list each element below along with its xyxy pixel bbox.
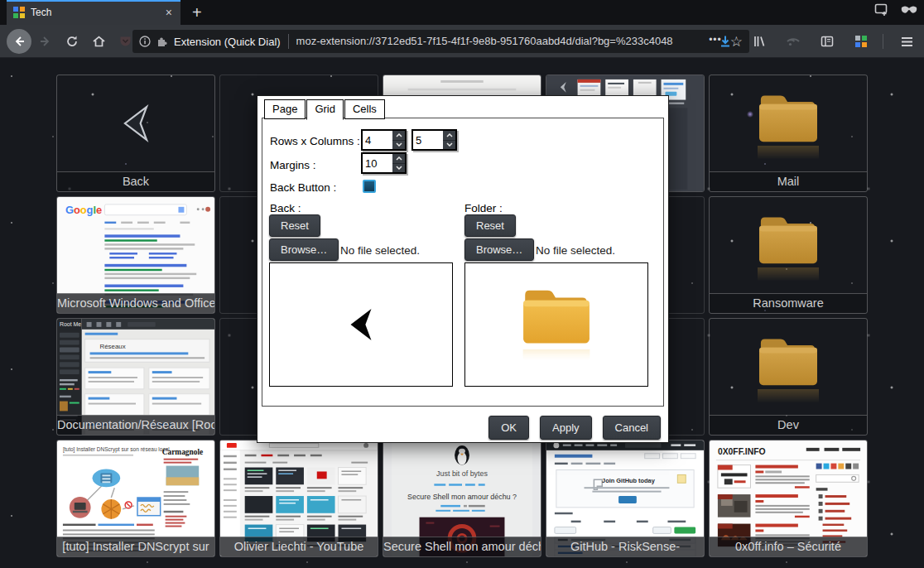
spin-up-icon[interactable]: [443, 131, 455, 140]
dial-tile-youtube[interactable]: Olivier Liechti - YouTube: [219, 440, 378, 557]
active-tab-indicator: [7, 0, 180, 2]
tile-label: Documentation/Réseaux [Root: [57, 415, 214, 435]
url-text: moz-extension://3712ed51-7f15-4f1f-9e8b-…: [296, 34, 705, 49]
tile-label: [tuto] Installer DNScrypt sur: [57, 537, 214, 556]
reload-button[interactable]: [60, 29, 84, 54]
tab-cells[interactable]: Cells: [344, 99, 385, 119]
identity-label: Extension (Quick Dial): [174, 36, 281, 48]
dial-tile-dev[interactable]: Dev: [709, 318, 868, 436]
url-bar[interactable]: Extension (Quick Dial) moz-extension://3…: [132, 30, 749, 53]
dial-tile-github[interactable]: Join GitHub today GitHub - Ri: [546, 440, 705, 557]
rows-spin-buttons[interactable]: [392, 131, 405, 149]
dial-tile-mail[interactable]: Mail: [709, 75, 868, 192]
svg-text:Join GitHub today: Join GitHub today: [602, 477, 656, 484]
toolbar-separator: [883, 34, 883, 49]
tile-label: GitHub - RiskSense-: [546, 537, 704, 556]
browser-window: Tech × +: [0, 0, 924, 568]
folder-browse-button[interactable]: Browse…: [464, 238, 534, 261]
cancel-button[interactable]: Cancel: [603, 416, 661, 440]
tab-title: Tech: [31, 7, 158, 18]
rows-columns-label: Rows x Columns :: [270, 135, 360, 147]
new-window-icon[interactable]: [874, 3, 889, 17]
back-button-checkbox[interactable]: [363, 180, 376, 193]
folder-reflection: [749, 389, 827, 414]
margins-stepper[interactable]: [361, 152, 407, 174]
spin-down-icon[interactable]: [443, 140, 455, 150]
folder-reset-button[interactable]: Reset: [464, 214, 516, 237]
folder-image-preview: [464, 262, 648, 387]
tab-grid[interactable]: Grid: [306, 99, 344, 120]
identity-box[interactable]: Extension (Quick Dial): [139, 34, 289, 49]
spin-up-icon[interactable]: [392, 154, 405, 163]
forward-button[interactable]: [33, 29, 58, 54]
dial-tile-ransomware[interactable]: Ransomware: [709, 196, 868, 314]
quickdial-favicon: [13, 7, 25, 18]
quickdial-settings-dialog: Page Grid Cells Rows x Columns :: [257, 95, 669, 443]
tile-label: 0x0ff.info – Sécurité: [710, 537, 867, 556]
nav-toolbar: Extension (Quick Dial) moz-extension://3…: [0, 25, 924, 58]
private-browsing-mask-icon: [901, 5, 917, 15]
dial-tile-documentation[interactable]: Root Me Réseaux: [56, 318, 215, 436]
margins-label: Margins :: [270, 159, 316, 171]
downloads-icon[interactable]: [713, 29, 738, 54]
svg-text:Secure Shell mon amour déchu ?: Secure Shell mon amour déchu ?: [407, 493, 517, 501]
tile-label: Olivier Liechti - YouTube: [220, 537, 378, 556]
back-image-preview: [269, 262, 453, 387]
dial-page: Back: [0, 58, 924, 568]
dialog-action-buttons: OK Apply Cancel: [488, 416, 661, 440]
browser-tab-tech[interactable]: Tech ×: [7, 0, 180, 25]
columns-spin-buttons[interactable]: [443, 131, 455, 149]
tile-label: Mail: [710, 171, 867, 191]
library-icon[interactable]: [747, 29, 772, 54]
spin-down-icon[interactable]: [392, 140, 405, 150]
back-section-label: Back :: [270, 202, 301, 214]
dial-tile-back[interactable]: Back: [56, 75, 215, 192]
dialog-tab-bar: Page Grid Cells: [264, 99, 386, 119]
back-arrow-preview-icon: [343, 301, 379, 348]
margins-input[interactable]: [363, 154, 392, 172]
rows-input[interactable]: [363, 131, 392, 149]
rows-stepper[interactable]: [361, 129, 407, 151]
menu-hamburger-icon[interactable]: [894, 29, 919, 54]
ok-button[interactable]: OK: [488, 416, 529, 440]
tab-page[interactable]: Page: [264, 99, 306, 119]
apply-button[interactable]: Apply: [540, 416, 592, 440]
dial-tile-dnscrypt[interactable]: [tuto] Installer DNScrypt sur son réseau…: [56, 440, 215, 557]
new-tab-button[interactable]: +: [187, 2, 207, 22]
folder-preview-icon: [510, 281, 603, 349]
back-button[interactable]: [7, 29, 31, 54]
dial-tile-microsoft[interactable]: Google Microsoft W: [56, 196, 215, 314]
svg-text:Google: Google: [65, 204, 102, 216]
dial-tile-oxoff[interactable]: 0X0FF.INFO: [709, 440, 868, 557]
back-browse-button[interactable]: Browse…: [269, 238, 339, 261]
folder-section-label: Folder :: [464, 202, 503, 214]
dial-tile-ssh[interactable]: Just bit of bytes Secure Shell mon amour…: [383, 440, 541, 557]
spin-up-icon[interactable]: [392, 131, 405, 140]
svg-text:Root Me: Root Me: [60, 321, 81, 327]
sidebar-toggle-icon[interactable]: [815, 29, 840, 54]
tile-label: Microsoft Windows and Office: [57, 293, 214, 313]
svg-text:Carmagnole: Carmagnole: [162, 448, 204, 456]
url-fade: [674, 34, 704, 49]
folder-icon: [749, 87, 827, 145]
svg-text:0X0FF.INFO: 0X0FF.INFO: [718, 447, 766, 456]
tile-label: Back: [57, 171, 214, 191]
folder-preview-reflection: [510, 349, 603, 369]
spin-down-icon[interactable]: [392, 163, 405, 173]
columns-stepper[interactable]: [411, 129, 457, 151]
home-button[interactable]: [86, 29, 111, 54]
tab-close-icon[interactable]: ×: [164, 7, 174, 18]
folder-reflection: [749, 267, 827, 292]
rss-feed-icon[interactable]: [781, 29, 806, 54]
svg-text:Réseaux: Réseaux: [99, 343, 125, 350]
folder-icon: [749, 330, 827, 388]
folder-reflection: [749, 146, 827, 171]
info-icon: [139, 36, 151, 47]
back-reset-button[interactable]: Reset: [269, 214, 320, 237]
columns-input[interactable]: [413, 131, 443, 149]
tile-label: Ransomware: [710, 293, 867, 313]
margins-spin-buttons[interactable]: [392, 154, 405, 172]
quickdial-toolbar-icon[interactable]: [849, 29, 873, 54]
folder-icon: [749, 209, 827, 267]
url-text-container[interactable]: moz-extension://3712ed51-7f15-4f1f-9e8b-…: [296, 34, 705, 49]
